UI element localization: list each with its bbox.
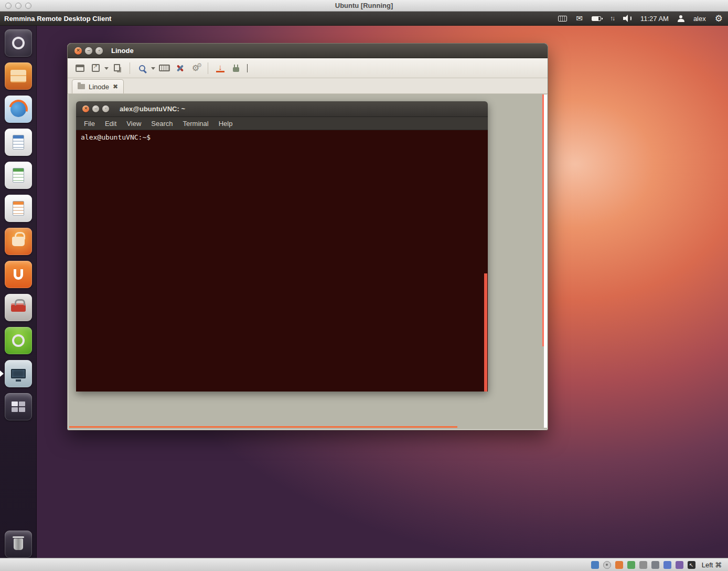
ubuntu-logo-icon bbox=[12, 37, 25, 49]
vbox-mouse-integration-icon[interactable] bbox=[688, 561, 695, 569]
sound-wave-icon bbox=[629, 16, 631, 21]
system-settings-icon bbox=[5, 294, 32, 321]
launcher-item-remmina[interactable] bbox=[0, 360, 37, 387]
tab-linode[interactable]: Linode ✖ bbox=[72, 79, 124, 93]
toolbox-icon bbox=[11, 303, 26, 312]
vbox-audio-icon[interactable] bbox=[615, 561, 623, 569]
render-artifact-terminal bbox=[484, 273, 487, 392]
text-caret-icon bbox=[247, 64, 248, 72]
menu-search[interactable]: Search bbox=[151, 120, 173, 128]
host-window-titlebar[interactable]: Ubuntu [Running] bbox=[0, 0, 728, 12]
launcher-item-libreoffice-writer[interactable] bbox=[0, 129, 37, 156]
running-app-arrow-icon bbox=[0, 371, 4, 377]
vbox-optical-drives-icon[interactable] bbox=[603, 561, 611, 569]
toolbar-separator bbox=[130, 62, 130, 74]
duplicate-connection-button[interactable] bbox=[111, 61, 124, 75]
trash-icon bbox=[5, 531, 32, 558]
network-traffic-icon[interactable] bbox=[610, 14, 614, 23]
launcher-item-home-folder[interactable] bbox=[0, 62, 37, 90]
preferences-button[interactable] bbox=[173, 61, 187, 75]
vbox-recording-icon[interactable] bbox=[676, 561, 683, 569]
terminal-window-title: alex@ubuntuVNC: ~ bbox=[120, 101, 185, 117]
download-arrow-icon bbox=[216, 64, 224, 72]
tab-label: Linode bbox=[89, 83, 109, 91]
libreoffice-writer-icon bbox=[5, 129, 32, 156]
terminal-prompt: alex@ubuntuVNC:~$ bbox=[76, 130, 488, 144]
workspace-switcher-icon bbox=[5, 393, 32, 420]
messaging-menu-icon[interactable] bbox=[576, 14, 583, 23]
terminal-window: ✕ – ▫ alex@ubuntuVNC: ~ File Edit View S… bbox=[76, 101, 488, 392]
launcher-item-system-settings[interactable] bbox=[0, 294, 37, 321]
settings-button[interactable] bbox=[189, 61, 202, 75]
launcher-item-trash[interactable] bbox=[0, 531, 37, 558]
remmina-close-button[interactable]: ✕ bbox=[74, 47, 82, 55]
keyboard-grab-button[interactable] bbox=[157, 61, 171, 75]
remmina-maximize-button[interactable]: ▫ bbox=[95, 47, 103, 55]
remote-desktop-view[interactable]: ✕ – ▫ alex@ubuntuVNC: ~ File Edit View S… bbox=[68, 94, 547, 429]
launcher-item-libreoffice-calc[interactable] bbox=[0, 162, 37, 189]
indicator-area: 11:27 AM alex bbox=[558, 14, 728, 23]
terminal-titlebar[interactable]: ✕ – ▫ alex@ubuntuVNC: ~ bbox=[76, 101, 488, 117]
launcher-item-workspace-switcher[interactable] bbox=[0, 393, 37, 420]
menu-edit[interactable]: Edit bbox=[105, 120, 116, 128]
libreoffice-calc-icon bbox=[5, 162, 32, 189]
libreoffice-impress-icon bbox=[5, 195, 32, 222]
workspace-grid-icon bbox=[12, 401, 25, 412]
terminal-screen[interactable]: alex@ubuntuVNC:~$ bbox=[76, 130, 488, 392]
render-artifact-bottom bbox=[69, 426, 457, 428]
user-icon[interactable] bbox=[678, 15, 684, 22]
keyboard-indicator-icon[interactable] bbox=[558, 16, 567, 22]
remmina-window: ✕ – ▫ Linode Linode ✖ bbox=[67, 43, 548, 430]
ubuntu-one-u-icon bbox=[14, 269, 23, 280]
vbox-usb-icon[interactable] bbox=[651, 561, 659, 569]
launcher-item-ubuntu-one[interactable] bbox=[0, 261, 37, 288]
vbox-hard-disks-icon[interactable] bbox=[639, 561, 647, 569]
host-window-title: Ubuntu [Running] bbox=[0, 0, 728, 12]
virtualbox-status-bar: Left ⌘ bbox=[0, 558, 728, 571]
screenshot-button[interactable] bbox=[213, 61, 227, 75]
zoom-dropdown-caret-icon[interactable] bbox=[151, 67, 155, 72]
zoom-button[interactable] bbox=[135, 61, 149, 75]
battery-icon[interactable] bbox=[592, 16, 601, 21]
terminal-close-button[interactable]: ✕ bbox=[82, 105, 89, 112]
remmina-toolbar bbox=[68, 58, 548, 78]
resize-window-button[interactable] bbox=[73, 61, 87, 75]
ubuntu-top-panel: Remmina Remote Desktop Client 11:27 AM a… bbox=[0, 12, 728, 26]
updater-ring-icon bbox=[12, 334, 25, 347]
launcher-item-libreoffice-impress[interactable] bbox=[0, 195, 37, 222]
sound-menu-icon[interactable] bbox=[623, 15, 631, 22]
ubuntu-one-icon bbox=[5, 261, 32, 288]
username-label[interactable]: alex bbox=[693, 14, 706, 23]
tab-close-icon[interactable]: ✖ bbox=[113, 83, 118, 90]
terminal-menubar: File Edit View Search Terminal Help bbox=[76, 117, 488, 130]
menu-view[interactable]: View bbox=[126, 120, 141, 128]
vbox-display-icon[interactable] bbox=[591, 561, 599, 569]
launcher-item-dash[interactable] bbox=[0, 29, 37, 57]
remmina-titlebar[interactable]: ✕ – ▫ Linode bbox=[68, 44, 548, 58]
session-menu-icon[interactable] bbox=[715, 14, 723, 23]
menu-file[interactable]: File bbox=[84, 120, 95, 128]
fullscreen-dropdown-caret-icon[interactable] bbox=[104, 67, 109, 72]
menu-terminal[interactable]: Terminal bbox=[183, 120, 209, 128]
trash-can-icon bbox=[14, 538, 23, 550]
remmina-minimize-button[interactable]: – bbox=[85, 47, 92, 55]
app-menu-title[interactable]: Remmina Remote Desktop Client bbox=[4, 15, 111, 23]
launcher-item-firefox[interactable] bbox=[0, 96, 37, 123]
terminal-maximize-button[interactable]: ▫ bbox=[102, 105, 109, 112]
unity-launcher bbox=[0, 26, 37, 558]
vbox-shared-folders-icon[interactable] bbox=[663, 561, 671, 569]
remmina-icon bbox=[5, 360, 32, 387]
disconnect-button[interactable] bbox=[229, 61, 243, 75]
toggle-fullscreen-button[interactable] bbox=[89, 61, 102, 75]
terminal-minimize-button[interactable]: – bbox=[92, 105, 99, 112]
menu-help[interactable]: Help bbox=[219, 120, 233, 128]
vbox-network-icon[interactable] bbox=[627, 561, 635, 569]
screen: Ubuntu [Running] Remmina Remote Desktop … bbox=[0, 0, 728, 571]
launcher-item-software-updater[interactable] bbox=[0, 327, 37, 354]
monitor-icon bbox=[11, 369, 26, 378]
resize-window-icon bbox=[76, 65, 84, 72]
clock-indicator[interactable]: 11:27 AM bbox=[640, 14, 669, 23]
launcher-item-software-center[interactable] bbox=[0, 228, 37, 255]
plug-icon bbox=[233, 67, 239, 72]
render-artifact-right bbox=[542, 94, 544, 346]
